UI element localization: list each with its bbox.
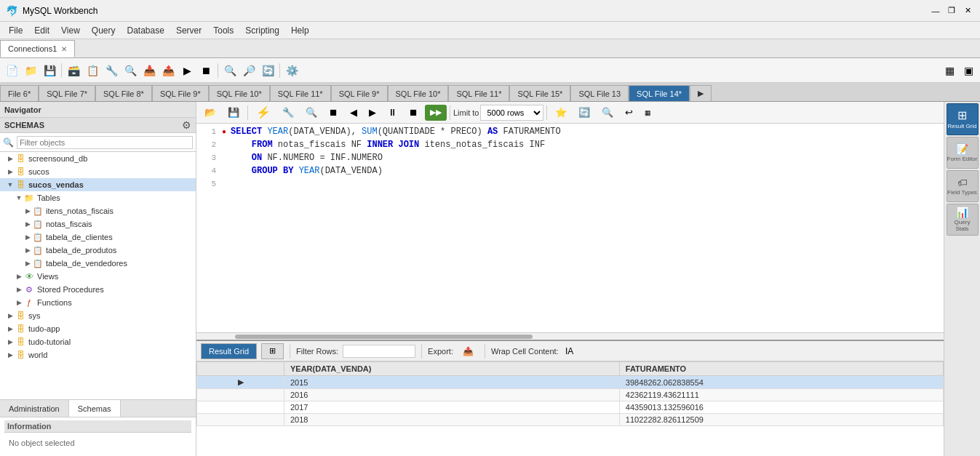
menu-view[interactable]: View bbox=[55, 24, 86, 37]
tree-item-screensound[interactable]: ▶ 🗄 screensound_db bbox=[0, 152, 196, 165]
sqltab-file8[interactable]: SQL File 8* bbox=[95, 85, 152, 101]
table-row[interactable]: 2018 11022282.826112509 bbox=[197, 414, 944, 426]
form-editor-panel-btn[interactable]: 📝 Form Editor bbox=[947, 137, 979, 169]
folder-icon-functions: ƒ bbox=[23, 297, 35, 308]
menu-query[interactable]: Query bbox=[86, 24, 121, 37]
explain-btn[interactable]: 🔍 bbox=[300, 105, 322, 121]
open-file-btn[interactable]: 📂 bbox=[199, 105, 221, 121]
limit-select[interactable]: 5000 rows 1000 rows 10000 rows bbox=[480, 105, 543, 121]
reconnect-button[interactable]: 🔄 bbox=[259, 62, 276, 79]
menu-file[interactable]: File bbox=[3, 24, 28, 37]
result-grid-tab[interactable]: Result Grid bbox=[201, 343, 257, 359]
cell-year-2016: 2016 bbox=[284, 389, 620, 401]
menu-edit[interactable]: Edit bbox=[28, 24, 55, 37]
format-btn[interactable]: ▦ bbox=[640, 105, 656, 121]
sqltab-file9b[interactable]: SQL File 9* bbox=[331, 85, 388, 101]
prev-btn[interactable]: ◀ bbox=[345, 105, 362, 121]
schemas-settings-icon[interactable]: ⚙ bbox=[182, 119, 191, 131]
sqltab-file15[interactable]: SQL File 15* bbox=[509, 85, 570, 101]
tree-item-vendedores[interactable]: ▶ 📋 tabela_de_vendedores bbox=[0, 257, 196, 270]
tree-item-tables[interactable]: ▼ 📁 Tables bbox=[0, 191, 196, 204]
tab-administration[interactable]: Administration bbox=[0, 400, 69, 417]
search-input[interactable] bbox=[17, 136, 193, 149]
table-row[interactable]: 2016 42362119.43621111 bbox=[197, 389, 944, 401]
table-button[interactable]: 📋 bbox=[84, 62, 101, 79]
refresh-btn[interactable]: 🔄 bbox=[573, 105, 595, 121]
save-file-btn[interactable]: 💾 bbox=[223, 105, 244, 121]
result-grid-panel-btn[interactable]: ⊞ Result Grid bbox=[947, 103, 979, 135]
sqltab-file14[interactable]: SQL File 14* bbox=[629, 85, 690, 101]
tree-item-views[interactable]: ▶ 👁 Views bbox=[0, 270, 196, 283]
tree-item-functions[interactable]: ▶ ƒ Functions bbox=[0, 296, 196, 309]
close-button[interactable]: ✕ bbox=[961, 4, 974, 17]
sqltab-file10b[interactable]: SQL File 10* bbox=[388, 85, 449, 101]
tree-item-tudo-app[interactable]: ▶ 🗄 tudo-app bbox=[0, 322, 196, 335]
inspector-button[interactable]: 🔎 bbox=[240, 62, 258, 79]
table-row[interactable]: 2017 44359013.132596016 bbox=[197, 401, 944, 414]
search2-btn[interactable]: 🔍 bbox=[597, 105, 618, 121]
menu-tools[interactable]: Tools bbox=[207, 24, 239, 37]
tab-close-icon[interactable]: ✕ bbox=[61, 45, 67, 53]
wrap-cell-btn[interactable]: IA bbox=[563, 343, 576, 359]
next-btn[interactable]: ▶ bbox=[364, 105, 381, 121]
alter-table-button[interactable]: 🔧 bbox=[103, 62, 120, 79]
open-file-button[interactable]: 📁 bbox=[22, 62, 39, 79]
wrap-btn[interactable]: ↩ bbox=[620, 105, 638, 121]
minimize-button[interactable]: — bbox=[929, 4, 942, 17]
tree-item-itens[interactable]: ▶ 📋 itens_notas_fiscais bbox=[0, 204, 196, 217]
new-file-button[interactable]: 📄 bbox=[3, 62, 20, 79]
menu-scripting[interactable]: Scripting bbox=[239, 24, 285, 37]
tree-item-tudo-tutorial[interactable]: ▶ 🗄 tudo-tutorial bbox=[0, 335, 196, 348]
tree-item-world[interactable]: ▶ 🗄 world bbox=[0, 348, 196, 361]
stop-button[interactable]: ⏹ bbox=[197, 62, 215, 79]
star-btn[interactable]: ⭐ bbox=[550, 105, 572, 121]
stop2-btn[interactable]: ⏹ bbox=[404, 105, 423, 121]
execute-btn[interactable]: ⚡ bbox=[251, 105, 276, 121]
tree-item-produtos[interactable]: ▶ 📋 tabela_de_produtos bbox=[0, 244, 196, 257]
maximize-button[interactable]: ❐ bbox=[945, 4, 958, 17]
layout-btn-2[interactable]: ▣ bbox=[960, 62, 977, 79]
sqltab-file7[interactable]: SQL File 7* bbox=[39, 85, 95, 101]
new-schema-button[interactable]: 🗃️ bbox=[65, 62, 82, 79]
query-stats-panel-btn[interactable]: 📊 Query Stats bbox=[947, 204, 979, 236]
result-grid-icon-tab[interactable]: ⊞ bbox=[261, 343, 284, 359]
pause-btn[interactable]: ⏸ bbox=[383, 105, 402, 121]
import-button[interactable]: 📥 bbox=[140, 62, 158, 79]
table-inspect-button[interactable]: 🔍 bbox=[121, 62, 139, 79]
tree-item-notas[interactable]: ▶ 📋 notas_fiscais bbox=[0, 217, 196, 231]
menubar: File Edit View Query Database Server Too… bbox=[0, 22, 980, 39]
run-query-button[interactable]: ▶ bbox=[178, 62, 196, 79]
sqltab-file11b[interactable]: SQL File 11* bbox=[448, 85, 509, 101]
export-btn[interactable]: 📤 bbox=[458, 343, 479, 359]
tab-schemas[interactable]: Schemas bbox=[69, 400, 121, 417]
tree-item-clientes[interactable]: ▶ 📋 tabela_de_clientes bbox=[0, 231, 196, 244]
tree-item-sucos[interactable]: ▶ 🗄 sucos bbox=[0, 165, 196, 178]
connection-tab-1[interactable]: Connections1 ✕ bbox=[0, 40, 75, 57]
tree-item-sucos-vendas[interactable]: ▼ 🗄 sucos_vendas bbox=[0, 178, 196, 191]
search-button[interactable]: 🔍 bbox=[221, 62, 239, 79]
run-btn[interactable]: ▶▶ bbox=[425, 105, 447, 121]
sqltab-file9a[interactable]: SQL File 9* bbox=[152, 85, 209, 101]
sqltab-file10a[interactable]: SQL File 10* bbox=[209, 85, 270, 101]
field-types-panel-btn[interactable]: 🏷 Field Types bbox=[947, 170, 979, 202]
scroll-thumb[interactable] bbox=[235, 335, 533, 339]
tree-item-sys[interactable]: ▶ 🗄 sys bbox=[0, 309, 196, 322]
horizontal-scrollbar[interactable] bbox=[196, 332, 944, 340]
sqltab-file13[interactable]: SQL File 13 bbox=[570, 85, 629, 101]
menu-server[interactable]: Server bbox=[170, 24, 207, 37]
stop-exec-btn[interactable]: ⏹ bbox=[324, 105, 343, 121]
sqltab-file6[interactable]: File 6* bbox=[0, 85, 39, 101]
settings-button[interactable]: ⚙️ bbox=[283, 62, 300, 79]
filter-rows-input[interactable] bbox=[343, 345, 415, 358]
save-button[interactable]: 💾 bbox=[41, 62, 58, 79]
tree-item-stored-procedures[interactable]: ▶ ⚙ Stored Procedures bbox=[0, 283, 196, 296]
code-editor[interactable]: 1 ● SELECT YEAR(DATA_VENDA), SUM(QUANTID… bbox=[196, 124, 944, 332]
exec-selection-btn[interactable]: 🔧 bbox=[277, 105, 299, 121]
menu-database[interactable]: Database bbox=[121, 24, 170, 37]
menu-help[interactable]: Help bbox=[285, 24, 315, 37]
sqltab-file11a[interactable]: SQL File 11* bbox=[270, 85, 331, 101]
export-button[interactable]: 📤 bbox=[159, 62, 177, 79]
table-row[interactable]: ▶ 2015 39848262.062838554 bbox=[197, 376, 944, 389]
sqltab-next[interactable]: ▶ bbox=[690, 85, 712, 101]
layout-btn-1[interactable]: ▦ bbox=[941, 62, 958, 79]
